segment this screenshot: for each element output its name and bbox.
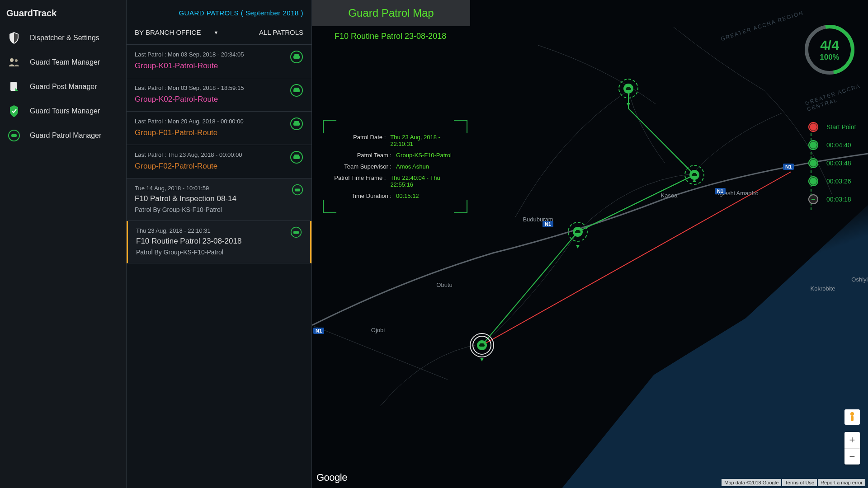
zoom-control: + − <box>844 432 860 465</box>
info-value: Thu 23 Aug, 2018 - 22:10:31 <box>386 134 458 147</box>
checkpoint-label: 00:04:40 <box>826 141 858 149</box>
place-label: Kasoa <box>661 192 678 199</box>
info-value: Amos Ashun <box>392 163 429 170</box>
vehicle-icon <box>290 226 302 238</box>
checkpoint-dot-icon <box>808 158 818 168</box>
patrol-item[interactable]: Thu 23 Aug, 2018 - 22:10:31 F10 Routine … <box>127 221 311 263</box>
svg-point-1 <box>15 59 18 62</box>
road-badge: N1 <box>313 328 324 334</box>
vehicle-icon <box>290 84 303 97</box>
streetview-pegman[interactable] <box>844 409 860 425</box>
all-patrols-button[interactable]: ALL PATROLS <box>259 28 303 36</box>
map-roads <box>312 0 868 488</box>
checkpoint-dot-icon <box>808 176 818 186</box>
nav-post-manager[interactable]: Guard Post Manager <box>0 75 126 99</box>
route-item[interactable]: Last Patrol : Mon 20 Aug, 2018 - 00:00:0… <box>127 112 311 145</box>
checkpoint-row[interactable]: 00:04:40 <box>808 140 858 150</box>
route-last-patrol: Last Patrol : Mon 20 Aug, 2018 - 00:00:0… <box>135 118 303 125</box>
svg-rect-6 <box>293 56 300 59</box>
nav-dispatcher[interactable]: Dispatcher & Settings <box>0 26 126 50</box>
route-name: Group-F01-Patrol-Route <box>135 128 303 137</box>
info-label: Time Duration : <box>333 192 392 199</box>
vehicle-icon <box>290 150 303 164</box>
completion-gauge: 4/4 100% <box>805 25 854 75</box>
road-badge: N1 <box>715 188 726 194</box>
patrol-list-heading: GUARD PATROLS ( September 2018 ) <box>127 0 311 22</box>
map-title-bar: Guard Patrol Map <box>312 0 470 26</box>
nav-label: Guard Patrol Manager <box>30 131 101 140</box>
svg-marker-22 <box>576 245 580 249</box>
map-credit[interactable]: Report a map error <box>818 479 865 486</box>
route-name: Group-F02-Patrol-Route <box>135 162 303 171</box>
checkpoint-dot-icon <box>808 122 818 132</box>
map-provider-logo: Google <box>316 472 347 483</box>
svg-marker-21 <box>627 103 630 107</box>
nav-tours-manager[interactable]: Guard Tours Manager <box>0 99 126 123</box>
route-last-patrol: Last Patrol : Mon 03 Sep, 2018 - 20:34:0… <box>135 51 303 58</box>
post-icon <box>8 81 20 93</box>
svg-rect-10 <box>294 88 299 89</box>
route-item[interactable]: Last Patrol : Thu 23 Aug, 2018 - 00:00:0… <box>127 145 311 178</box>
svg-rect-16 <box>294 155 299 156</box>
patrol-time: Thu 23 Aug, 2018 - 22:10:31 <box>136 227 302 234</box>
checkpoint-row[interactable]: Start Point <box>808 122 858 132</box>
map-subtitle: F10 Routine Patrol 23-08-2018 <box>335 32 446 41</box>
info-value: Group-KS-F10-Patrol <box>392 152 452 159</box>
patrol-icon <box>8 130 20 141</box>
map-area[interactable]: Guard Patrol Map F10 Routine Patrol 23-0… <box>312 0 868 488</box>
shield-icon <box>8 32 20 44</box>
map-credit[interactable]: Terms of Use <box>782 479 817 486</box>
info-label: Patrol Date : <box>333 134 386 147</box>
place-label: Kokrobite <box>811 285 835 292</box>
place-label: Oshiyie <box>851 276 868 283</box>
svg-rect-25 <box>811 199 815 200</box>
svg-marker-24 <box>480 358 484 361</box>
nav-label: Dispatcher & Settings <box>30 34 99 42</box>
svg-rect-12 <box>293 122 300 126</box>
svg-rect-9 <box>293 89 300 92</box>
checkpoint-row[interactable]: 00:03:26 <box>808 176 858 186</box>
zoom-out-button[interactable]: − <box>844 448 860 465</box>
vehicle-icon <box>290 50 303 64</box>
map-credit[interactable]: Map data ©2018 Google <box>722 479 781 486</box>
patrol-list-panel: GUARD PATROLS ( September 2018 ) BY BRAN… <box>127 0 312 488</box>
svg-rect-4 <box>11 134 17 137</box>
svg-point-34 <box>850 412 854 416</box>
patrol-title: F10 Patrol & Inspection 08-14 <box>135 194 303 203</box>
branch-filter-select[interactable]: BY BRANCH OFFICE ▼ <box>135 28 218 36</box>
gauge-value: 4/4 <box>820 38 839 53</box>
patrol-item[interactable]: Tue 14 Aug, 2018 - 10:01:59 F10 Patrol &… <box>127 178 311 221</box>
nav-label: Guard Team Manager <box>30 58 100 66</box>
map-marker[interactable] <box>621 81 636 96</box>
filter-label: BY BRANCH OFFICE <box>135 28 201 36</box>
nav-label: Guard Tours Manager <box>30 107 100 115</box>
patrol-by: Patrol By Group-KS-F10-Patrol <box>135 206 303 213</box>
checkpoint-row[interactable]: 00:03:18 <box>808 194 858 204</box>
sidebar: GuardTrack Dispatcher & Settings Guard T… <box>0 0 127 488</box>
zoom-in-button[interactable]: + <box>844 432 860 448</box>
svg-rect-15 <box>293 156 300 159</box>
nav-team-manager[interactable]: Guard Team Manager <box>0 50 126 75</box>
map-terrain <box>312 0 868 488</box>
checkpoint-dot-icon <box>808 194 818 204</box>
road-badge: N1 <box>783 164 794 170</box>
checkpoint-label: 00:03:26 <box>826 178 858 185</box>
patrol-title: F10 Routine Patrol 23-08-2018 <box>136 237 302 246</box>
tour-icon <box>8 105 20 117</box>
map-marker[interactable] <box>570 224 585 239</box>
app-brand: GuardTrack <box>0 0 126 26</box>
map-marker[interactable] <box>687 167 702 183</box>
checkpoint-row[interactable]: 00:03:48 <box>808 158 858 168</box>
vehicle-icon <box>290 117 303 131</box>
patrol-info-card: Patrol Date :Thu 23 Aug, 2018 - 22:10:31… <box>323 120 467 213</box>
svg-rect-7 <box>294 54 299 56</box>
info-label: Patrol Time Frame : <box>333 174 386 188</box>
patrol-by: Patrol By Group-KS-F10-Patrol <box>136 249 302 256</box>
map-marker[interactable] <box>474 338 490 353</box>
route-item[interactable]: Last Patrol : Mon 03 Sep, 2018 - 20:34:0… <box>127 45 311 78</box>
team-icon <box>8 56 20 68</box>
vehicle-icon <box>292 184 303 196</box>
route-item[interactable]: Last Patrol : Mon 03 Sep, 2018 - 18:59:1… <box>127 78 311 112</box>
map-title: Guard Patrol Map <box>348 7 434 19</box>
nav-patrol-manager[interactable]: Guard Patrol Manager <box>0 123 126 148</box>
